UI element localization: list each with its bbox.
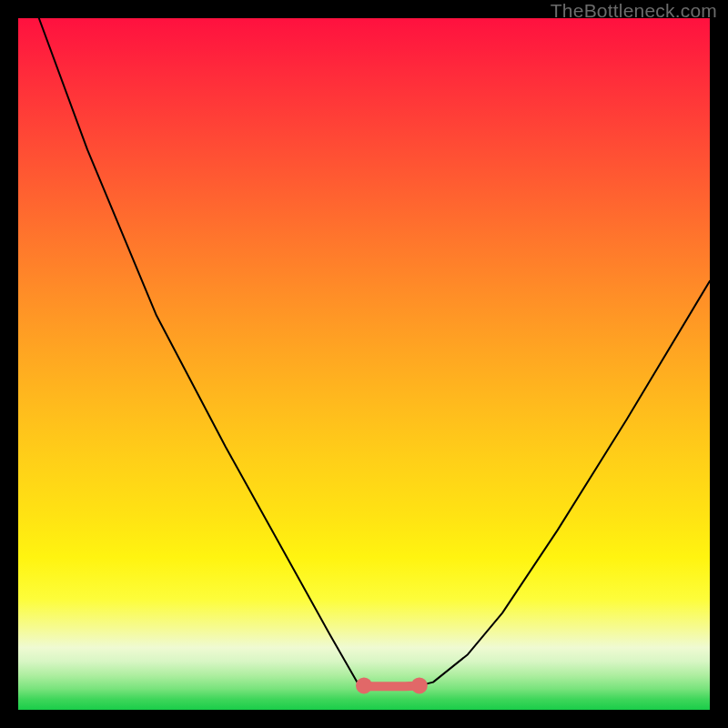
bottleneck-curve bbox=[39, 18, 710, 686]
plot-area bbox=[18, 18, 710, 710]
optimal-range-endpoint bbox=[356, 677, 372, 693]
curve-layer bbox=[18, 18, 710, 710]
chart-frame: TheBottleneck.com bbox=[0, 0, 728, 728]
optimal-range-connector bbox=[364, 685, 420, 686]
optimal-range-endpoint bbox=[411, 677, 428, 693]
